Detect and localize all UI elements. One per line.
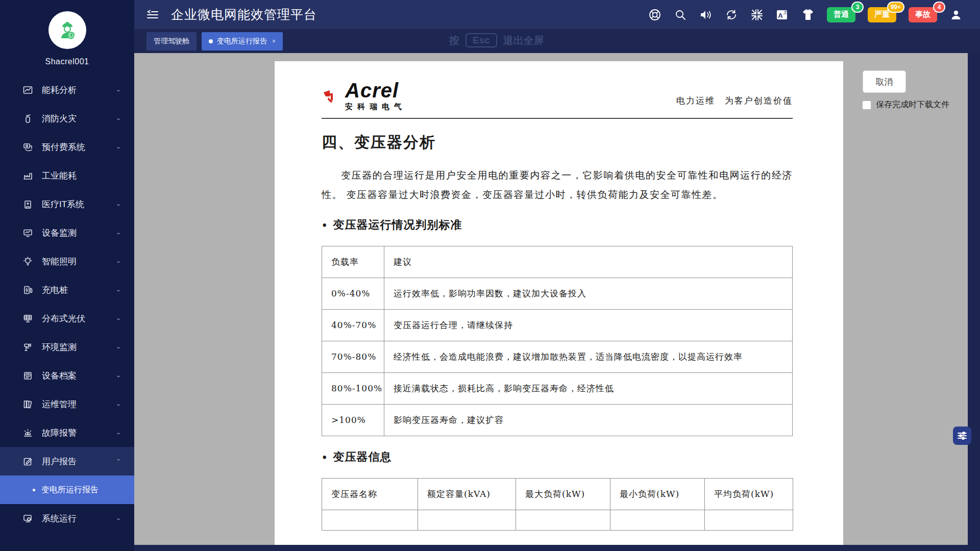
- alarm-badge-severe[interactable]: 严重 99+: [868, 7, 896, 22]
- chevron-down-icon: ⌄: [116, 372, 121, 378]
- tab-substation-report[interactable]: 变电所运行报告 ×: [202, 32, 283, 51]
- chevron-down-icon: ⌄: [116, 144, 121, 149]
- table-row: 40%-70% 变压器运行合理，请继续保持: [322, 310, 793, 341]
- report-document-page: Acrel 安科瑞电气 电力运维 为客户创造价值 四、变压器分析 变压器的合理运…: [275, 61, 843, 545]
- tab-close-icon[interactable]: ×: [272, 38, 276, 45]
- alarm-badge-normal[interactable]: 普通 3: [827, 7, 855, 22]
- username: Shacrel001: [0, 57, 134, 66]
- sidebar-item-device-monitoring[interactable]: 设备监测 ⌄: [0, 218, 134, 247]
- report-icon: [22, 456, 33, 466]
- table-row: >100% 影响变压器寿命，建议扩容: [322, 405, 793, 436]
- acrel-logo-mark-icon: [322, 89, 340, 112]
- sidebar-item-prepaid-system[interactable]: 预付费系统 ⌄: [0, 133, 134, 161]
- document-paragraph: 变压器的合理运行是用户安全用电的重要内容之一，它影响着供电的安全可靠性和电网运行…: [322, 165, 793, 204]
- sidebar-item-ev-charger[interactable]: 充电桩 ⌄: [0, 276, 134, 304]
- esc-keycap: Esc: [465, 33, 497, 47]
- sidebar-item-industrial-energy[interactable]: 工业能耗: [0, 161, 134, 190]
- chevron-down-icon: ⌄: [116, 201, 121, 207]
- chevron-down-icon: ⌄: [116, 344, 121, 349]
- badge-count: 3: [851, 2, 864, 13]
- lighting-icon: [22, 256, 33, 266]
- exit-fullscreen-icon[interactable]: [750, 8, 764, 21]
- sidebar-item-medical-it[interactable]: 医疗IT系统 ⌄: [0, 190, 134, 218]
- document-header: Acrel 安科瑞电气 电力运维 为客户创造价值: [322, 81, 793, 112]
- system-icon: [22, 513, 33, 523]
- alarm-icon: [22, 428, 33, 438]
- table-row: 80%-100% 接近满载状态，损耗比高，影响变压器寿命，经济性低: [322, 373, 793, 405]
- sidebar-subitem-substation-report[interactable]: 变电所运行报告: [0, 475, 134, 504]
- svg-text:文: 文: [783, 10, 788, 15]
- alarm-badge-accident[interactable]: 事故 4: [909, 7, 937, 22]
- user-profile: Shacrel001: [0, 0, 134, 66]
- top-header: 企业微电网能效管理平台 A文: [134, 0, 980, 29]
- filter-settings-button[interactable]: [953, 427, 971, 445]
- sidebar-item-fire-safety[interactable]: 消防火灾 ⌄: [0, 104, 134, 133]
- fire-extinguisher-icon: [22, 113, 33, 123]
- table-header-row: 变压器名称 额定容量(kVA) 最大负荷(kW) 最小负荷(kW) 平均负荷(k…: [322, 479, 793, 510]
- app-root: Shacrel001 能耗分析 ⌄ 消防火灾 ⌄ 预付费系统 ⌄ 工业能耗: [0, 0, 980, 551]
- bullet-icon: •: [322, 452, 328, 463]
- section2-title: • 变压器信息: [322, 449, 793, 465]
- cancel-button[interactable]: 取消: [863, 70, 906, 93]
- volume-icon[interactable]: [699, 8, 713, 21]
- device-archive-icon: [22, 370, 33, 381]
- sidebar-item-fault-alarm[interactable]: 故障报警 ⌄: [0, 418, 134, 447]
- download-checkbox[interactable]: [862, 101, 871, 110]
- download-checkbox-label: 保存完成时下载文件: [876, 99, 949, 110]
- load-rate-table: 负载率 建议 0%-40% 运行效率低，影响功率因数，建议加大设备投入 40%-…: [322, 246, 793, 436]
- brand-block: Acrel 安科瑞电气: [345, 81, 406, 112]
- sidebar-item-user-reports[interactable]: 用户报告 ⌃: [0, 447, 134, 475]
- document-heading: 四、变压器分析: [322, 132, 793, 153]
- filter-sliders-icon: [957, 431, 967, 440]
- svg-text:A: A: [778, 12, 783, 19]
- transformer-info-table: 变压器名称 额定容量(kVA) 最大负荷(kW) 最小负荷(kW) 平均负荷(k…: [322, 478, 793, 531]
- table-row: 0%-40% 运行效率低，影响功率因数，建议加大设备投入: [322, 278, 793, 310]
- bullet-icon: •: [322, 220, 328, 231]
- chevron-down-icon: ⌄: [116, 401, 121, 407]
- sidebar-item-energy-analysis[interactable]: 能耗分析 ⌄: [0, 76, 134, 104]
- table-row: 70%-80% 经济性低，会造成电能浪费，建议增加散热装置，适当降低电流密度，以…: [322, 341, 793, 373]
- badge-count: 99+: [887, 2, 904, 13]
- sidebar-item-smart-lighting[interactable]: 智能照明 ⌄: [0, 247, 134, 276]
- table-header-row: 负载率 建议: [322, 246, 793, 278]
- menu-collapse-icon[interactable]: [146, 10, 159, 20]
- prepaid-card-icon: [22, 142, 33, 152]
- content-area: Acrel 安科瑞电气 电力运维 为客户创造价值 四、变压器分析 变压器的合理运…: [134, 53, 980, 551]
- user-icon[interactable]: [949, 8, 963, 21]
- chevron-down-icon: ⌄: [116, 430, 121, 435]
- badge-count: 4: [933, 2, 945, 13]
- sidebar-menu: 能耗分析 ⌄ 消防火灾 ⌄ 预付费系统 ⌄ 工业能耗 医疗IT系统 ⌄: [0, 76, 134, 533]
- chevron-down-icon: ⌄: [116, 315, 121, 321]
- ev-charger-icon: [22, 285, 33, 295]
- sidebar-item-device-archive[interactable]: 设备档案 ⌄: [0, 361, 134, 390]
- tab-bar: 管理驾驶舱 变电所运行报告 × 按 Esc 退出全屏: [134, 29, 980, 53]
- section1-title: • 变压器运行情况判别标准: [322, 217, 793, 233]
- bullet-dot-icon: [33, 489, 35, 491]
- fullscreen-exit-hint: 按 Esc 退出全屏: [449, 33, 544, 47]
- download-option: 保存完成时下载文件: [862, 99, 949, 110]
- sidebar-item-system-operation[interactable]: 系统运行 ⌄: [0, 504, 134, 533]
- help-icon[interactable]: [648, 8, 662, 21]
- engineer-avatar-icon: [56, 19, 79, 41]
- industry-icon: [22, 170, 33, 181]
- solar-panel-icon: [22, 313, 33, 323]
- search-icon[interactable]: [674, 8, 687, 21]
- chevron-down-icon: ⌄: [116, 287, 121, 292]
- sidebar-item-environment-monitoring[interactable]: 环境监测 ⌄: [0, 333, 134, 361]
- sidebar-item-distributed-pv[interactable]: 分布式光伏 ⌄: [0, 304, 134, 333]
- theme-icon[interactable]: [801, 8, 815, 21]
- hospital-icon: [22, 199, 33, 209]
- header-actions: A文 普通 3 严重 99+ 事故 4: [648, 7, 963, 22]
- refresh-icon[interactable]: [725, 8, 738, 21]
- sidebar-item-operations-management[interactable]: 运维管理 ⌄: [0, 390, 134, 418]
- sidebar: Shacrel001 能耗分析 ⌄ 消防火灾 ⌄ 预付费系统 ⌄ 工业能耗: [0, 0, 134, 551]
- brand-subtitle: 安科瑞电气: [345, 102, 406, 112]
- translate-icon[interactable]: A文: [776, 8, 789, 21]
- chart-icon: [22, 85, 33, 95]
- brand-slogan: 电力运维 为客户创造价值: [676, 95, 793, 112]
- sub-item-label: 变电所运行报告: [41, 485, 99, 495]
- right-panel-strip: [968, 53, 980, 551]
- chevron-down-icon: ⌄: [116, 230, 121, 235]
- tab-dashboard[interactable]: 管理驾驶舱: [146, 32, 197, 51]
- avatar[interactable]: [48, 11, 86, 49]
